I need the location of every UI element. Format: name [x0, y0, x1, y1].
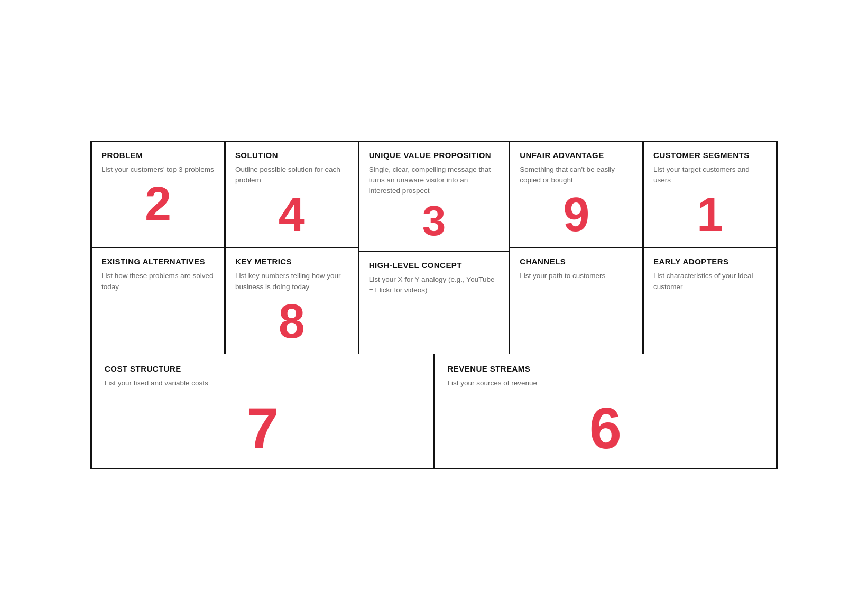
main-content-row: PROBLEM List your customers' top 3 probl…	[92, 142, 776, 354]
problem-cell: PROBLEM List your customers' top 3 probl…	[92, 142, 224, 249]
adopters-desc: List characteristics of your ideal custo…	[653, 271, 767, 292]
uvp-desc: Single, clear, compelling message that t…	[369, 164, 499, 197]
lean-canvas: PROBLEM List your customers' top 3 probl…	[90, 141, 778, 469]
metrics-title: KEY METRICS	[235, 257, 348, 266]
uvp-cell: UNIQUE VALUE PROPOSITION Single, clear, …	[359, 142, 509, 252]
solution-number: 4	[235, 191, 348, 238]
solution-desc: Outline possible solution for each probl…	[235, 164, 348, 186]
metrics-number: 8	[235, 298, 348, 345]
solution-title: SOLUTION	[235, 151, 348, 160]
bottom-row: COST STRUCTURE List your fixed and varia…	[92, 354, 776, 468]
segments-cell: CUSTOMER SEGMENTS List your target custo…	[644, 142, 776, 249]
revenue-number: 6	[448, 399, 764, 457]
concept-cell: HIGH-LEVEL CONCEPT List your X for Y ana…	[359, 252, 509, 354]
revenue-title: REVENUE STREAMS	[448, 364, 764, 374]
left-col: PROBLEM List your customers' top 3 probl…	[92, 142, 226, 354]
problem-title: PROBLEM	[101, 151, 215, 160]
problem-number: 2	[101, 180, 215, 228]
revenue-cell: REVENUE STREAMS List your sources of rev…	[435, 354, 777, 468]
cost-title: COST STRUCTURE	[105, 364, 421, 374]
problem-desc: List your customers' top 3 problems	[101, 164, 215, 175]
segments-desc: List your target customers and users	[653, 164, 767, 186]
concept-desc: List your X for Y analogy (e.g., YouTube…	[369, 274, 499, 296]
segments-number: 1	[653, 191, 767, 238]
solution-cell: SOLUTION Outline possible solution for e…	[226, 142, 358, 249]
unfair-number: 9	[520, 191, 633, 238]
metrics-cell: KEY METRICS List key numbers telling how…	[226, 248, 358, 354]
channels-title: CHANNELS	[520, 257, 633, 266]
right-col: UNFAIR ADVANTAGE Something that can't be…	[510, 142, 644, 354]
metrics-desc: List key numbers telling how your busine…	[235, 271, 348, 292]
second-col: SOLUTION Outline possible solution for e…	[226, 142, 359, 354]
cost-number: 7	[105, 399, 421, 457]
alternatives-title: EXISTING ALTERNATIVES	[101, 257, 215, 266]
center-col: UNIQUE VALUE PROPOSITION Single, clear, …	[359, 142, 510, 354]
concept-title: HIGH-LEVEL CONCEPT	[369, 261, 499, 270]
cost-cell: COST STRUCTURE List your fixed and varia…	[92, 354, 435, 468]
adopters-cell: EARLY ADOPTERS List characteristics of y…	[644, 248, 776, 354]
alternatives-cell: EXISTING ALTERNATIVES List how these pro…	[92, 248, 224, 354]
uvp-number: 3	[369, 200, 499, 242]
unfair-desc: Something that can't be easily copied or…	[520, 164, 633, 186]
segments-title: CUSTOMER SEGMENTS	[653, 151, 767, 160]
unfair-title: UNFAIR ADVANTAGE	[520, 151, 633, 160]
uvp-title: UNIQUE VALUE PROPOSITION	[369, 151, 499, 160]
channels-cell: CHANNELS List your path to customers	[510, 248, 642, 354]
unfair-cell: UNFAIR ADVANTAGE Something that can't be…	[510, 142, 642, 249]
far-right-col: CUSTOMER SEGMENTS List your target custo…	[644, 142, 776, 354]
channels-desc: List your path to customers	[520, 271, 633, 281]
adopters-title: EARLY ADOPTERS	[653, 257, 767, 266]
cost-desc: List your fixed and variable costs	[105, 378, 421, 389]
alternatives-desc: List how these problems are solved today	[101, 271, 215, 292]
revenue-desc: List your sources of revenue	[448, 378, 764, 389]
